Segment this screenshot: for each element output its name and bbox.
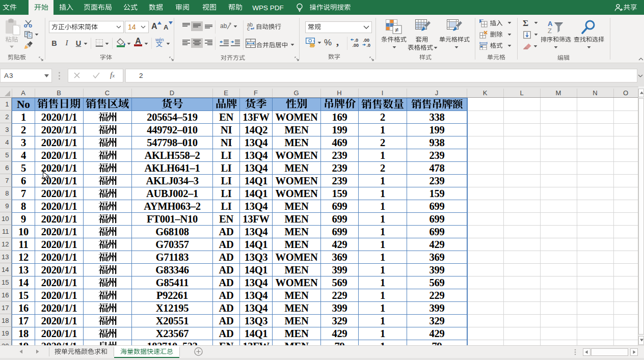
svg-text:.0: .0 (367, 43, 371, 47)
svg-text:c: c (247, 26, 250, 31)
svg-text:Z: Z (548, 27, 552, 34)
svg-text:.0: .0 (355, 38, 359, 43)
svg-text:ab: ab (220, 22, 227, 30)
svg-text:.00: .00 (363, 38, 370, 43)
svg-text:A: A (548, 20, 553, 27)
svg-text:.00: .00 (353, 43, 359, 47)
svg-text:≠: ≠ (395, 26, 398, 34)
